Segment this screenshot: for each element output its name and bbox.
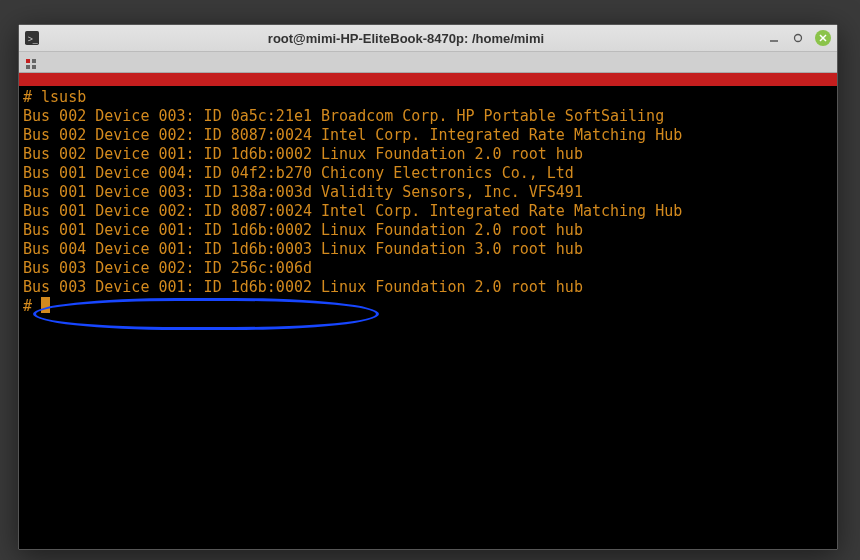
svg-rect-7 <box>32 59 36 63</box>
output-line: Bus 003 Device 001: ID 1d6b:0002 Linux F… <box>23 278 583 296</box>
window-toolbar <box>19 52 837 73</box>
output-line: Bus 004 Device 001: ID 1d6b:0003 Linux F… <box>23 240 583 258</box>
output-line: Bus 002 Device 002: ID 8087:0024 Intel C… <box>23 126 682 144</box>
terminal-app-icon: >_ <box>25 31 39 45</box>
minimize-button[interactable] <box>767 31 781 45</box>
terminal-content[interactable]: # lsusb Bus 002 Device 003: ID 0a5c:21e1… <box>19 86 837 549</box>
output-line: Bus 002 Device 001: ID 1d6b:0002 Linux F… <box>23 145 583 163</box>
close-button[interactable] <box>815 30 831 46</box>
terminal-window: >_ root@mimi-HP-EliteBook-8470p: /home/m… <box>18 24 838 550</box>
output-line: Bus 001 Device 003: ID 138a:003d Validit… <box>23 183 583 201</box>
svg-text:>_: >_ <box>28 34 38 44</box>
maximize-button[interactable] <box>791 31 805 45</box>
output-line: Bus 002 Device 003: ID 0a5c:21e1 Broadco… <box>23 107 664 125</box>
terminal-viewport[interactable]: # lsusb Bus 002 Device 003: ID 0a5c:21e1… <box>19 73 837 549</box>
window-title: root@mimi-HP-EliteBook-8470p: /home/mimi <box>45 31 767 46</box>
window-controls <box>767 30 831 46</box>
window-titlebar[interactable]: >_ root@mimi-HP-EliteBook-8470p: /home/m… <box>19 25 837 52</box>
output-line: Bus 001 Device 004: ID 04f2:b270 Chicony… <box>23 164 574 182</box>
svg-point-3 <box>795 35 802 42</box>
output-line-highlighted: Bus 003 Device 002: ID 256c:006d <box>23 259 312 277</box>
command-text: lsusb <box>41 88 86 106</box>
svg-rect-9 <box>32 65 36 69</box>
prompt-symbol: # <box>23 88 41 106</box>
cursor-block <box>41 297 50 313</box>
output-line: Bus 001 Device 002: ID 8087:0024 Intel C… <box>23 202 682 220</box>
svg-rect-8 <box>26 65 30 69</box>
titlebar-accent-strip <box>19 73 837 86</box>
grid-icon[interactable] <box>25 56 37 68</box>
prompt-symbol: # <box>23 297 41 315</box>
desktop-background: >_ root@mimi-HP-EliteBook-8470p: /home/m… <box>0 0 860 560</box>
output-line: Bus 001 Device 001: ID 1d6b:0002 Linux F… <box>23 221 583 239</box>
svg-rect-6 <box>26 59 30 63</box>
